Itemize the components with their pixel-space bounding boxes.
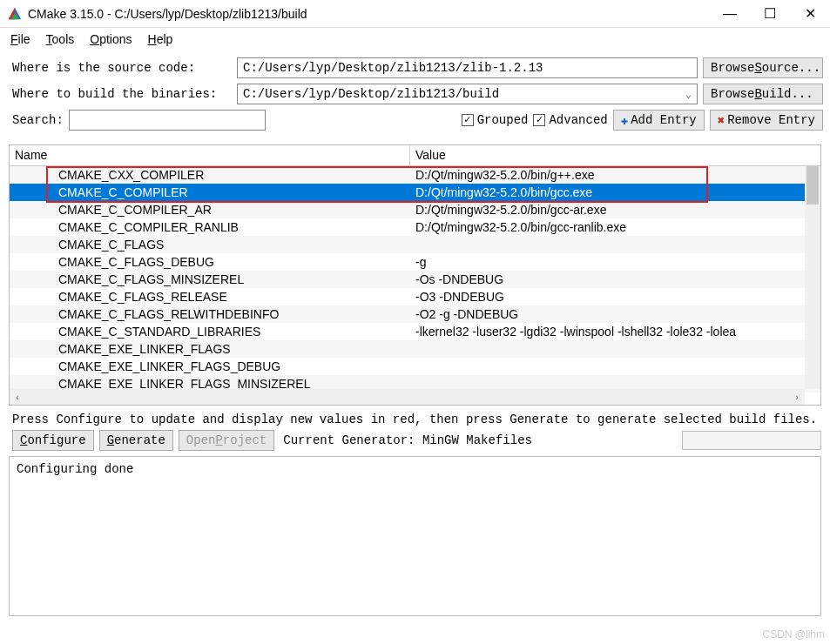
advanced-checkbox[interactable]: ✓ Advanced	[533, 113, 607, 127]
cell-name: CMAKE_C_COMPILER_AR	[10, 203, 410, 217]
cell-value: D:/Qt/mingw32-5.2.0/bin/gcc.exe	[410, 185, 820, 199]
cell-name: CMAKE_C_FLAGS	[10, 238, 410, 252]
check-icon: ✓	[462, 114, 474, 126]
browse-source-button[interactable]: Browse Source...	[703, 57, 823, 78]
add-entry-button[interactable]: ✚Add Entry	[613, 110, 705, 131]
source-label: Where is the source code:	[12, 61, 232, 75]
search-label: Search:	[12, 113, 64, 127]
generate-button[interactable]: Generate	[99, 430, 173, 451]
open-project-button[interactable]: Open Project	[179, 430, 274, 451]
cell-name: CMAKE_C_FLAGS_MINSIZEREL	[10, 272, 410, 286]
cell-value: -O3 -DNDEBUG	[410, 290, 820, 304]
cell-name: CMAKE_C_STANDARD_LIBRARIES	[10, 325, 410, 339]
table-row[interactable]: CMAKE_C_COMPILER_ARD:/Qt/mingw32-5.2.0/b…	[10, 201, 820, 218]
progress-bar	[682, 431, 821, 450]
window-controls: — ☐ ✕	[710, 0, 830, 27]
scroll-right-icon[interactable]: ›	[789, 392, 805, 402]
cell-value: D:/Qt/mingw32-5.2.0/bin/gcc-ranlib.exe	[410, 220, 820, 234]
titlebar: CMake 3.15.0 - C:/Users/lyp/Desktop/zlib…	[0, 0, 830, 28]
menu-tools[interactable]: Tools	[46, 32, 75, 46]
menu-options[interactable]: Options	[90, 32, 132, 46]
cell-value: D:/Qt/mingw32-5.2.0/bin/g++.exe	[410, 168, 820, 182]
app-icon	[7, 6, 23, 22]
cell-name: CMAKE_C_FLAGS_RELEASE	[10, 290, 410, 304]
table-row[interactable]: CMAKE_C_FLAGS_MINSIZEREL-Os -DNDEBUG	[10, 271, 820, 288]
column-value[interactable]: Value	[410, 145, 820, 165]
cache-table: Name Value CMAKE_CXX_COMPILERD:/Qt/mingw…	[9, 144, 821, 406]
binaries-value: C:/Users/lyp/Desktop/zlib1213/build	[243, 87, 499, 101]
table-row[interactable]: CMAKE_C_FLAGS_DEBUG-g	[10, 253, 820, 271]
menu-file[interactable]: File	[10, 32, 30, 46]
cell-name: CMAKE_C_FLAGS_RELWITHDEBINFO	[10, 307, 410, 321]
horizontal-scrollbar[interactable]: ‹ ›	[10, 389, 805, 405]
cell-value: -lkernel32 -luser32 -lgdi32 -lwinspool -…	[410, 325, 820, 339]
source-input[interactable]	[237, 57, 698, 78]
table-row[interactable]: CMAKE_CXX_COMPILERD:/Qt/mingw32-5.2.0/bi…	[10, 166, 820, 184]
table-row[interactable]: CMAKE_C_FLAGS_RELEASE-O3 -DNDEBUG	[10, 288, 820, 305]
search-input[interactable]	[69, 110, 266, 131]
table-header: Name Value	[10, 145, 820, 166]
close-button[interactable]: ✕	[790, 0, 830, 27]
watermark: CSDN @lihm	[762, 628, 825, 641]
minimize-button[interactable]: —	[710, 0, 750, 27]
scrollbar-thumb[interactable]	[806, 166, 819, 205]
remove-entry-button[interactable]: ✖Remove Entry	[710, 110, 823, 131]
menu-help[interactable]: Help	[148, 32, 173, 46]
cell-value: -O2 -g -DNDEBUG	[410, 307, 820, 321]
x-icon: ✖	[718, 113, 725, 128]
check-icon: ✓	[533, 114, 545, 126]
table-row[interactable]: CMAKE_C_FLAGS	[10, 236, 820, 253]
cell-name: CMAKE_C_FLAGS_DEBUG	[10, 255, 410, 269]
column-name[interactable]: Name	[10, 145, 410, 165]
vertical-scrollbar[interactable]	[805, 166, 820, 389]
browse-build-button[interactable]: Browse Build...	[703, 84, 823, 104]
grouped-checkbox[interactable]: ✓ Grouped	[462, 113, 529, 127]
maximize-button[interactable]: ☐	[750, 0, 790, 27]
cell-value: D:/Qt/mingw32-5.2.0/bin/gcc-ar.exe	[410, 203, 820, 217]
menubar: File Tools Options Help	[0, 28, 830, 50]
cell-value: -Os -DNDEBUG	[410, 272, 820, 286]
table-row[interactable]: CMAKE_C_FLAGS_RELWITHDEBINFO-O2 -g -DNDE…	[10, 305, 820, 323]
binaries-label: Where to build the binaries:	[12, 87, 232, 101]
table-row[interactable]: CMAKE_EXE_LINKER_FLAGS	[10, 340, 820, 358]
scroll-left-icon[interactable]: ‹	[10, 392, 25, 402]
table-row[interactable]: CMAKE_EXE_LINKER_FLAGS_DEBUG	[10, 358, 820, 375]
cell-name: CMAKE_EXE_LINKER_FLAGS	[10, 342, 410, 356]
action-row: Configure Generate Open Project Current …	[0, 430, 830, 456]
chevron-down-icon: ⌄	[685, 88, 692, 101]
cell-name: CMAKE_C_COMPILER	[10, 185, 410, 199]
plus-icon: ✚	[621, 113, 628, 128]
generator-text: Current Generator: MinGW Makefiles	[283, 433, 532, 447]
output-pane[interactable]: Configuring done	[9, 456, 821, 616]
binaries-combo[interactable]: C:/Users/lyp/Desktop/zlib1213/build ⌄	[237, 84, 698, 104]
config-form: Where is the source code: Browse Source.…	[0, 50, 830, 139]
cell-name: CMAKE_C_COMPILER_RANLIB	[10, 220, 410, 234]
table-row[interactable]: CMAKE_C_STANDARD_LIBRARIES-lkernel32 -lu…	[10, 323, 820, 340]
table-row[interactable]: CMAKE_C_COMPILER_RANLIBD:/Qt/mingw32-5.2…	[10, 218, 820, 236]
configure-button[interactable]: Configure	[12, 430, 94, 451]
cell-name: CMAKE_CXX_COMPILER	[10, 168, 410, 182]
table-body[interactable]: CMAKE_CXX_COMPILERD:/Qt/mingw32-5.2.0/bi…	[10, 166, 820, 405]
cell-value: -g	[410, 255, 820, 269]
table-row[interactable]: CMAKE_C_COMPILERD:/Qt/mingw32-5.2.0/bin/…	[10, 184, 820, 201]
cell-name: CMAKE_EXE_LINKER_FLAGS_DEBUG	[10, 359, 410, 373]
window-title: CMake 3.15.0 - C:/Users/lyp/Desktop/zlib…	[28, 7, 710, 21]
hint-text: Press Configure to update and display ne…	[0, 406, 830, 430]
